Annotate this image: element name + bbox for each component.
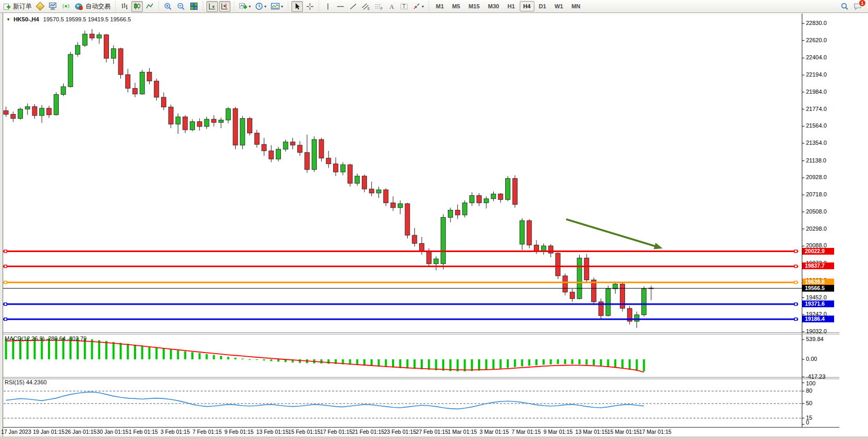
price-tick-label: 21774.0 bbox=[806, 106, 827, 112]
date-axis-label: 15 Mar 01:15 bbox=[607, 429, 640, 435]
indicators-button[interactable]: ▾ bbox=[237, 1, 252, 12]
notifications-button[interactable]: 1 bbox=[852, 1, 864, 12]
auto-scroll-button[interactable] bbox=[206, 1, 218, 12]
cursor-button[interactable] bbox=[291, 1, 303, 12]
date-axis-label: 30 Jan 01:15 bbox=[97, 429, 129, 435]
timeframe-button-M30[interactable]: M30 bbox=[484, 1, 503, 11]
price-tick-label: 20508.0 bbox=[806, 208, 827, 215]
cursor-icon bbox=[294, 3, 301, 10]
date-axis-label: 26 Jan 01:15 bbox=[65, 429, 96, 435]
timeframe-button-D1[interactable]: D1 bbox=[535, 1, 550, 11]
toolbar-separator bbox=[427, 1, 430, 11]
vertical-line-icon bbox=[324, 3, 332, 10]
date-axis-label: 13 Feb 01:15 bbox=[256, 429, 289, 435]
channel-button[interactable]: E bbox=[360, 1, 372, 12]
price-tick-label: 19032.0 bbox=[806, 328, 827, 334]
label-icon: T bbox=[400, 3, 408, 10]
bar-chart-icon bbox=[120, 2, 129, 10]
profile-button[interactable] bbox=[34, 1, 46, 12]
zoom-out-button[interactable] bbox=[175, 1, 187, 12]
date-axis-label: 3 Feb 01:15 bbox=[161, 429, 190, 435]
timeframe-button-M1[interactable]: M1 bbox=[432, 1, 447, 11]
arrows-button[interactable]: ▾ bbox=[411, 1, 425, 12]
date-axis-label: 15 Feb 01:15 bbox=[288, 429, 321, 435]
periods-button[interactable]: ▾ bbox=[253, 1, 268, 12]
toolbar-separator bbox=[233, 1, 235, 11]
date-axis-label: 19 Jan 01:15 bbox=[33, 429, 65, 435]
zoom-in-button[interactable] bbox=[162, 1, 174, 12]
timeframe-button-M5[interactable]: M5 bbox=[448, 1, 463, 11]
macd-tick-label: 539.84 bbox=[806, 336, 824, 342]
chart-shift-icon bbox=[221, 2, 229, 10]
dropdown-caret: ▾ bbox=[249, 4, 251, 9]
label-button[interactable]: T bbox=[398, 1, 410, 12]
autotrading-button[interactable]: 自动交易 bbox=[73, 1, 112, 12]
horizontal-line-icon bbox=[336, 3, 345, 10]
horizontal-line-button[interactable] bbox=[335, 1, 346, 12]
timeframe-button-M15[interactable]: M15 bbox=[465, 1, 483, 11]
price-level-badge: 20022.9 bbox=[802, 248, 834, 255]
date-axis-label: 17 Mar 01:15 bbox=[639, 429, 671, 435]
line-chart-button[interactable] bbox=[144, 1, 155, 12]
date-axis-label: 23 Feb 01:15 bbox=[384, 429, 416, 435]
timeframe-button-H4[interactable]: H4 bbox=[520, 1, 534, 11]
templates-icon bbox=[271, 2, 280, 10]
toolbar-right: 1 bbox=[838, 1, 865, 12]
one-click-trading-toggle[interactable]: ▼ bbox=[6, 17, 10, 22]
profile-icon bbox=[36, 2, 45, 11]
search-button[interactable] bbox=[839, 1, 851, 12]
price-level-badge: 19371.6 bbox=[802, 300, 834, 307]
price-level-badge: 19186.4 bbox=[802, 316, 834, 322]
signal-button[interactable] bbox=[60, 1, 72, 12]
date-axis-label: 13 Mar 01:15 bbox=[576, 429, 608, 435]
price-tick-label: 20718.0 bbox=[806, 191, 827, 197]
toolbar-separator bbox=[202, 1, 204, 11]
notification-badge: 1 bbox=[859, 0, 866, 7]
timeframe-button-H1[interactable]: H1 bbox=[504, 1, 518, 11]
indicators-icon bbox=[239, 2, 248, 10]
text-button[interactable]: A bbox=[386, 1, 397, 12]
dropdown-caret: ▾ bbox=[422, 4, 424, 9]
svg-text:E: E bbox=[368, 7, 370, 10]
fibonacci-button[interactable]: F bbox=[373, 1, 385, 12]
dropdown-caret: ▾ bbox=[281, 4, 283, 9]
macd-tick-label: 0.00 bbox=[806, 356, 817, 362]
periods-icon bbox=[255, 2, 263, 10]
price-tick-label: 21564.0 bbox=[806, 122, 827, 129]
price-tick-label: 21138.0 bbox=[806, 157, 826, 164]
terminal-button[interactable] bbox=[47, 1, 59, 12]
timeframe-button-W1[interactable]: W1 bbox=[551, 1, 567, 11]
tile-windows-button[interactable] bbox=[188, 1, 200, 12]
price-tick-label: 21984.0 bbox=[806, 89, 827, 95]
chart-canvas[interactable] bbox=[0, 0, 868, 439]
price-tick-label: 22194.0 bbox=[806, 71, 827, 78]
zoom-out-icon bbox=[177, 2, 186, 11]
date-axis-label: 9 Feb 01:15 bbox=[224, 429, 253, 435]
search-icon bbox=[840, 2, 849, 11]
toolbar-separator bbox=[157, 1, 160, 11]
templates-button[interactable]: ▾ bbox=[269, 1, 285, 12]
rsi-label: RSI(15) 44.2360 bbox=[5, 379, 47, 385]
main-toolbar: 新订单 自动交易 ▾ ▾ bbox=[0, 0, 868, 13]
new-order-icon bbox=[3, 3, 11, 10]
trendline-button[interactable] bbox=[347, 1, 359, 12]
vertical-line-button[interactable] bbox=[322, 1, 334, 12]
toolbar-separator bbox=[287, 1, 289, 11]
new-order-button[interactable]: 新订单 bbox=[2, 1, 33, 12]
terminal-icon bbox=[48, 2, 57, 10]
autotrading-label: 自动交易 bbox=[85, 2, 111, 11]
text-icon: A bbox=[388, 3, 395, 10]
date-axis-label: 21 Feb 01:15 bbox=[352, 429, 384, 435]
candlestick-chart-icon bbox=[133, 2, 141, 10]
bar-chart-button[interactable] bbox=[119, 1, 130, 12]
price-level-badge: 19837.7 bbox=[802, 262, 834, 269]
svg-text:F: F bbox=[381, 7, 383, 10]
trendline-icon bbox=[349, 3, 357, 10]
autotrading-icon bbox=[75, 2, 83, 10]
tile-windows-icon bbox=[190, 2, 198, 10]
chart-shift-button[interactable] bbox=[219, 1, 230, 12]
timeframe-button-MN[interactable]: MN bbox=[568, 1, 584, 11]
date-axis-label: 3 Mar 01:15 bbox=[480, 429, 509, 435]
candlestick-chart-button[interactable] bbox=[131, 1, 143, 12]
crosshair-button[interactable] bbox=[304, 1, 315, 12]
